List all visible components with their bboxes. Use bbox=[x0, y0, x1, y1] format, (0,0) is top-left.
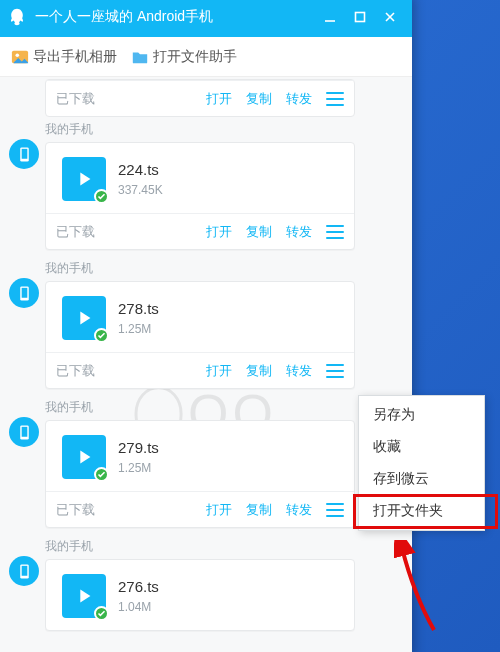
ctx-save-as[interactable]: 另存为 bbox=[359, 399, 484, 431]
checkmark-icon bbox=[94, 606, 109, 621]
window-buttons bbox=[316, 6, 404, 28]
file-size: 1.25M bbox=[118, 460, 159, 477]
qq-logo-icon bbox=[7, 7, 27, 27]
titlebar: 一个人一座城的 Android手机 bbox=[0, 0, 412, 37]
file-status: 已下载 bbox=[56, 362, 192, 380]
file-status: 已下载 bbox=[56, 223, 192, 241]
open-file-helper-button[interactable]: 打开文件助手 bbox=[131, 48, 237, 66]
svg-rect-1 bbox=[356, 13, 365, 22]
sender-name: 我的手机 bbox=[45, 538, 402, 555]
copy-action[interactable]: 复制 bbox=[246, 362, 272, 380]
ctx-open-folder[interactable]: 打开文件夹 bbox=[359, 495, 484, 527]
forward-action[interactable]: 转发 bbox=[286, 501, 312, 519]
sender-name: 我的手机 bbox=[45, 121, 402, 138]
svg-rect-13 bbox=[21, 565, 27, 575]
avatar[interactable] bbox=[9, 139, 39, 169]
file-card: 279.ts 1.25M 已下载 打开 复制 转发 bbox=[45, 420, 355, 528]
chat-window: 一个人一座城的 Android手机 导出手机相册 打开文件助手 QQ bbox=[0, 0, 412, 652]
toolbar-label: 打开文件助手 bbox=[153, 48, 237, 66]
file-card: 278.ts 1.25M 已下载 打开 复制 转发 bbox=[45, 281, 355, 389]
file-name: 279.ts bbox=[118, 437, 159, 458]
avatar[interactable] bbox=[9, 278, 39, 308]
file-status: 已下载 bbox=[56, 90, 192, 108]
photo-icon bbox=[11, 48, 29, 66]
open-action[interactable]: 打开 bbox=[206, 90, 232, 108]
video-file-icon bbox=[62, 435, 106, 479]
minimize-button[interactable] bbox=[316, 6, 344, 28]
ctx-favorite[interactable]: 收藏 bbox=[359, 431, 484, 463]
more-menu-icon[interactable] bbox=[326, 225, 344, 239]
video-file-icon bbox=[62, 574, 106, 618]
ctx-save-to-cloud[interactable]: 存到微云 bbox=[359, 463, 484, 495]
video-file-icon bbox=[62, 157, 106, 201]
sender-name: 我的手机 bbox=[45, 399, 402, 416]
checkmark-icon bbox=[94, 189, 109, 204]
svg-rect-7 bbox=[21, 148, 27, 158]
svg-point-5 bbox=[16, 53, 20, 57]
checkmark-icon bbox=[94, 467, 109, 482]
svg-rect-11 bbox=[21, 426, 27, 436]
file-status: 已下载 bbox=[56, 501, 192, 519]
toolbar: 导出手机相册 打开文件助手 bbox=[0, 37, 412, 77]
file-name: 278.ts bbox=[118, 298, 159, 319]
copy-action[interactable]: 复制 bbox=[246, 501, 272, 519]
more-menu-icon[interactable] bbox=[326, 92, 344, 106]
checkmark-icon bbox=[94, 328, 109, 343]
maximize-button[interactable] bbox=[346, 6, 374, 28]
file-card: 224.ts 337.45K 已下载 打开 复制 转发 bbox=[45, 142, 355, 250]
copy-action[interactable]: 复制 bbox=[246, 223, 272, 241]
message-list[interactable]: QQ 已下载 打开 复制 转发 我的手机 bbox=[0, 77, 412, 652]
export-album-button[interactable]: 导出手机相册 bbox=[11, 48, 117, 66]
file-name: 224.ts bbox=[118, 159, 163, 180]
video-file-icon bbox=[62, 296, 106, 340]
open-action[interactable]: 打开 bbox=[206, 501, 232, 519]
window-title: 一个人一座城的 Android手机 bbox=[35, 8, 316, 26]
sender-name: 我的手机 bbox=[45, 260, 402, 277]
file-card: 已下载 打开 复制 转发 bbox=[45, 79, 355, 117]
close-button[interactable] bbox=[376, 6, 404, 28]
open-action[interactable]: 打开 bbox=[206, 362, 232, 380]
forward-action[interactable]: 转发 bbox=[286, 90, 312, 108]
copy-action[interactable]: 复制 bbox=[246, 90, 272, 108]
avatar[interactable] bbox=[9, 556, 39, 586]
forward-action[interactable]: 转发 bbox=[286, 362, 312, 380]
folder-icon bbox=[131, 48, 149, 66]
file-name: 276.ts bbox=[118, 576, 159, 597]
file-card: 276.ts 1.04M bbox=[45, 559, 355, 631]
file-size: 1.04M bbox=[118, 599, 159, 616]
more-menu-icon[interactable] bbox=[326, 503, 344, 517]
avatar[interactable] bbox=[9, 417, 39, 447]
open-action[interactable]: 打开 bbox=[206, 223, 232, 241]
file-size: 337.45K bbox=[118, 182, 163, 199]
more-menu-icon[interactable] bbox=[326, 364, 344, 378]
forward-action[interactable]: 转发 bbox=[286, 223, 312, 241]
file-size: 1.25M bbox=[118, 321, 159, 338]
toolbar-label: 导出手机相册 bbox=[33, 48, 117, 66]
context-menu: 另存为 收藏 存到微云 打开文件夹 bbox=[358, 395, 485, 531]
svg-rect-9 bbox=[21, 287, 27, 297]
